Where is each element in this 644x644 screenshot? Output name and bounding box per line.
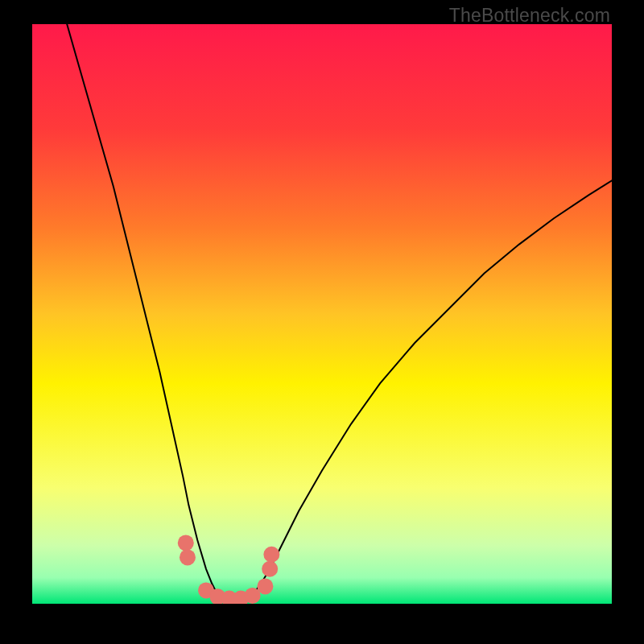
chart-frame: TheBottleneck.com: [0, 0, 644, 644]
marker-dot: [262, 561, 278, 577]
watermark-text: TheBottleneck.com: [449, 5, 610, 27]
gradient-background: [32, 24, 612, 604]
marker-dot: [263, 547, 279, 563]
plot-area: [32, 24, 612, 604]
marker-dot: [178, 535, 194, 551]
marker-dot: [180, 549, 196, 565]
marker-dot: [257, 578, 273, 594]
chart-svg: [32, 24, 612, 604]
